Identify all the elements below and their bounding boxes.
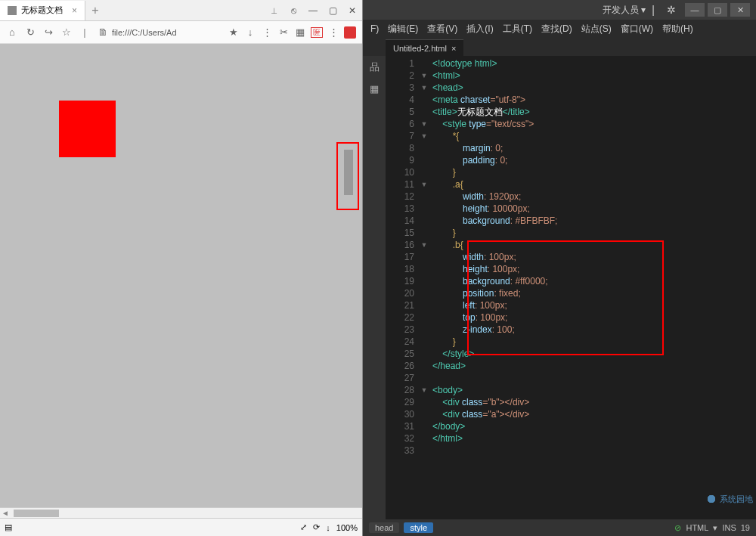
forward-icon[interactable]: ↪: [42, 26, 54, 39]
code-editor[interactable]: <!doctype html> <html> <head> <meta char…: [429, 56, 756, 519]
line-number: 24: [386, 336, 414, 348]
fold-marker[interactable]: ▼: [419, 178, 429, 191]
zoom-level[interactable]: 100%: [336, 523, 358, 532]
browser-tab[interactable]: 无标题文档 ×: [0, 1, 85, 20]
fold-marker: [419, 324, 429, 336]
gear-icon[interactable]: ✲: [667, 4, 676, 16]
window-extra-icon[interactable]: ⎋: [284, 1, 303, 20]
ide-minimize-button[interactable]: —: [685, 3, 705, 17]
star-icon[interactable]: ★: [228, 26, 240, 39]
menu-edit[interactable]: 编辑(E): [383, 23, 423, 36]
home-icon[interactable]: ⌂: [6, 26, 18, 39]
close-icon[interactable]: ×: [72, 5, 77, 16]
close-window-button[interactable]: ✕: [342, 1, 362, 20]
fold-marker: [419, 94, 429, 106]
structure-icon[interactable]: 品: [367, 60, 381, 74]
menu-window[interactable]: 窗口(W): [616, 23, 658, 36]
cursor-pos: 19: [741, 523, 750, 532]
fold-marker[interactable]: ▼: [419, 70, 429, 82]
fold-marker[interactable]: ▼: [419, 384, 429, 396]
line-number: 1: [386, 57, 414, 70]
menu-site[interactable]: 站点(S): [577, 23, 616, 36]
assets-icon[interactable]: ▦: [367, 82, 381, 95]
page-viewport[interactable]: [0, 44, 362, 507]
reload-icon[interactable]: ↻: [24, 26, 36, 39]
fold-marker: [419, 336, 429, 348]
menu-view[interactable]: 查看(V): [423, 23, 462, 36]
line-number: 21: [386, 299, 414, 311]
more-dots-icon[interactable]: ⋮: [327, 26, 339, 39]
file-tab-label: Untitled-2.html: [393, 44, 447, 53]
window-split-icon[interactable]: ⟂: [264, 1, 284, 20]
scroll-left-icon[interactable]: ◄: [0, 509, 11, 517]
fold-marker: [419, 251, 429, 263]
line-number: 28: [386, 384, 414, 396]
menu-file[interactable]: F): [366, 23, 383, 34]
extension-badge-icon[interactable]: [344, 26, 356, 39]
menu-find[interactable]: 查找(D): [537, 23, 577, 36]
line-number: 14: [386, 215, 414, 227]
layout-icon[interactable]: ▤: [5, 522, 12, 532]
line-number: 10: [386, 166, 414, 178]
download-icon[interactable]: ↓: [244, 26, 256, 39]
new-tab-button[interactable]: +: [85, 4, 105, 17]
file-tab-row: Untitled-2.html ×: [363, 38, 756, 56]
favorite-icon[interactable]: ☆: [60, 26, 73, 39]
fold-marker[interactable]: ▼: [419, 239, 429, 251]
menu-help[interactable]: 帮助(H): [658, 23, 698, 36]
language-mode[interactable]: HTML: [686, 523, 708, 532]
fold-gutter[interactable]: ▼▼▼▼▼▼▼: [419, 56, 429, 519]
menu-insert[interactable]: 插入(I): [462, 23, 497, 36]
breadcrumb-head[interactable]: head: [369, 522, 399, 533]
fold-marker: [419, 420, 429, 432]
ide-status-bar: head style ⊘ HTML ▾ INS 19: [363, 519, 756, 536]
error-icon[interactable]: ⊘: [674, 523, 681, 533]
fold-marker: [419, 203, 429, 215]
line-number: 27: [386, 372, 414, 384]
chevron-down-icon[interactable]: ▾: [713, 523, 717, 533]
toolbar-icons: ★ ↓ ⋮ ✂ ▦ 匥 ⋮: [228, 26, 356, 39]
line-number: 3: [386, 82, 414, 94]
developer-menu[interactable]: 开发人员 ▾: [603, 4, 646, 17]
ext-icon[interactable]: 匥: [311, 27, 323, 38]
address-bar: ⌂ ↻ ↪ ☆ | 🗎 file:///C:/Users/Ad ★ ↓ ⋮ ✂ …: [0, 21, 362, 44]
line-number: 19: [386, 275, 414, 287]
fold-marker: [419, 432, 429, 445]
menu-tools[interactable]: 工具(T): [498, 23, 537, 36]
horizontal-scrollbar-thumb[interactable]: [14, 510, 59, 517]
ide-maximize-button[interactable]: ▢: [708, 3, 727, 17]
fullscreen-icon[interactable]: ⤢: [300, 522, 307, 532]
fold-marker: [419, 408, 429, 420]
fold-marker: [419, 360, 429, 372]
url-input[interactable]: 🗎 file:///C:/Users/Ad: [97, 26, 222, 39]
close-icon[interactable]: ×: [451, 44, 456, 53]
horizontal-scrollbar[interactable]: ◄: [0, 507, 362, 518]
more-icon[interactable]: ⋮: [261, 26, 273, 39]
line-number: 30: [386, 408, 414, 420]
maximize-button[interactable]: ▢: [323, 1, 342, 20]
line-number: 15: [386, 227, 414, 239]
scissor-icon[interactable]: ✂: [277, 26, 290, 39]
line-number: 17: [386, 251, 414, 263]
watermark-text: 系统园地: [720, 494, 753, 505]
grid-icon[interactable]: ▦: [294, 26, 306, 39]
line-number: 32: [386, 432, 414, 445]
file-tab[interactable]: Untitled-2.html ×: [386, 39, 463, 56]
line-number: 6: [386, 118, 414, 130]
fold-marker: [419, 299, 429, 311]
fold-marker[interactable]: ▼: [419, 130, 429, 142]
refresh-status-icon[interactable]: ⟳: [313, 522, 320, 532]
download-status-icon[interactable]: ↓: [326, 523, 330, 532]
minimize-button[interactable]: —: [303, 1, 323, 20]
insert-mode: INS: [722, 523, 736, 532]
line-number: 31: [386, 420, 414, 432]
line-number: 8: [386, 142, 414, 154]
line-number: 18: [386, 263, 414, 275]
fold-marker[interactable]: ▼: [419, 118, 429, 130]
breadcrumb-style[interactable]: style: [404, 522, 433, 533]
line-number: 9: [386, 154, 414, 166]
ide-close-button[interactable]: ✕: [730, 3, 750, 17]
fold-marker[interactable]: ▼: [419, 82, 429, 94]
url-text: file:///C:/Users/Ad: [112, 28, 177, 37]
tab-title: 无标题文档: [21, 5, 63, 16]
